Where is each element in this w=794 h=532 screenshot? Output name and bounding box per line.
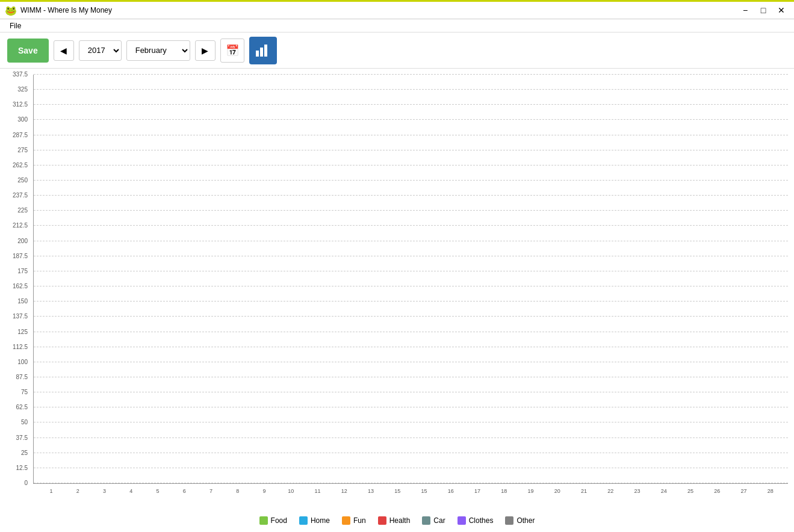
maximize-button[interactable]: □ <box>755 2 771 18</box>
x-axis-label: 12 <box>332 488 357 494</box>
menu-bar: File <box>0 19 794 32</box>
x-axis-label: 5 <box>145 488 170 494</box>
x-axis-label: 26 <box>704 488 730 494</box>
x-axis-label: 6 <box>172 488 197 494</box>
close-button[interactable]: ✕ <box>774 2 789 18</box>
month-select[interactable]: January February March April May June Ju… <box>126 40 190 61</box>
x-axis-label: 24 <box>651 488 677 494</box>
bars-wrapper: 1234567891011121315151617181920212223242… <box>34 75 788 483</box>
x-axis-label: 22 <box>598 488 623 494</box>
prev-month-button[interactable]: ◀ <box>54 40 74 61</box>
y-axis-label: 212.5 <box>13 223 30 229</box>
x-axis-label: 19 <box>518 488 544 494</box>
x-axis-label: 9 <box>252 488 277 494</box>
y-axis-label: 150 <box>17 298 30 305</box>
y-axis: 012.52537.55062.57587.5100112.5125137.51… <box>4 75 33 483</box>
legend-label: Fun <box>353 516 366 525</box>
legend-item: Home <box>299 516 330 525</box>
legend-item: Clothes <box>457 516 494 525</box>
y-axis-label: 125 <box>17 329 30 335</box>
y-axis-label: 187.5 <box>13 253 30 259</box>
y-axis-label: 100 <box>17 359 30 365</box>
legend-item: Car <box>422 516 445 525</box>
chart-container: 012.52537.55062.57587.5100112.5125137.51… <box>33 75 788 484</box>
y-axis-label: 250 <box>17 178 30 184</box>
y-axis-label: 75 <box>21 389 30 395</box>
legend-color-box <box>342 516 350 525</box>
legend-label: Other <box>516 516 535 525</box>
app-icon: 🐸 <box>5 5 17 16</box>
x-axis-label: 7 <box>199 488 224 494</box>
x-axis-label: 18 <box>491 488 516 494</box>
save-button[interactable]: Save <box>7 39 49 63</box>
x-axis-label: 16 <box>438 488 464 494</box>
title-bar: 🐸 WIMM - Where Is My Money − □ ✕ <box>0 0 794 19</box>
chart-button[interactable] <box>249 37 277 64</box>
toolbar: Save ◀ 2015 2016 2017 2018 January Febru… <box>0 32 794 69</box>
y-axis-label: 312.5 <box>13 102 30 108</box>
legend-item: Food <box>259 516 287 525</box>
legend-label: Clothes <box>469 516 494 525</box>
x-axis-label: 27 <box>731 488 757 494</box>
y-axis-label: 237.5 <box>13 193 30 199</box>
x-axis-label: 1 <box>39 488 64 494</box>
legend-color-box <box>457 516 466 525</box>
x-axis-label: 15 <box>412 488 437 494</box>
y-axis-label: 300 <box>17 117 30 123</box>
y-axis-label: 262.5 <box>13 162 30 169</box>
x-axis-label: 4 <box>119 488 144 494</box>
y-axis-label: 337.5 <box>13 72 30 78</box>
y-axis-label: 225 <box>17 208 30 214</box>
x-axis-label: 15 <box>385 488 410 494</box>
y-axis-label: 87.5 <box>16 374 30 380</box>
x-axis-label: 13 <box>358 488 383 494</box>
x-axis-label: 2 <box>65 488 90 494</box>
svg-rect-1 <box>260 48 263 57</box>
legend-item: Fun <box>342 516 366 525</box>
x-axis-label: 20 <box>545 488 570 494</box>
x-axis-label: 25 <box>678 488 703 494</box>
legend-label: Food <box>271 516 287 525</box>
chart-area: 012.52537.55062.57587.5100112.5125137.51… <box>0 69 794 532</box>
x-axis-label: 21 <box>571 488 597 494</box>
x-axis-label: 23 <box>625 488 650 494</box>
legend-item: Other <box>505 516 535 525</box>
x-axis-label: 28 <box>758 488 783 494</box>
y-axis-label: 200 <box>17 238 30 244</box>
y-axis-label: 37.5 <box>16 435 30 441</box>
legend-item: Health <box>378 516 411 525</box>
svg-rect-0 <box>256 51 259 57</box>
svg-rect-2 <box>264 45 267 57</box>
y-axis-label: 175 <box>17 268 30 274</box>
y-axis-label: 162.5 <box>13 283 30 289</box>
next-month-button[interactable]: ▶ <box>195 40 216 61</box>
y-axis-label: 287.5 <box>13 132 30 138</box>
x-axis-label: 8 <box>225 488 250 494</box>
calendar-button[interactable]: 📅 <box>220 39 244 63</box>
legend-label: Home <box>311 516 330 525</box>
legend-label: Health <box>389 516 411 525</box>
legend-color-box <box>505 516 513 525</box>
x-axis-label: 10 <box>278 488 303 494</box>
x-axis-label: 3 <box>92 488 117 494</box>
minimize-button[interactable]: − <box>737 2 753 18</box>
window-controls: − □ ✕ <box>737 2 789 18</box>
legend-color-box <box>299 516 308 525</box>
legend-color-box <box>422 516 430 525</box>
y-axis-label: 62.5 <box>16 404 30 410</box>
x-axis-label: 11 <box>305 488 330 494</box>
menu-file[interactable]: File <box>5 20 26 31</box>
window-title: WIMM - Where Is My Money <box>20 6 112 14</box>
y-axis-label: 12.5 <box>16 465 30 471</box>
chart-legend: FoodHomeFunHealthCarClothesOther <box>0 512 794 527</box>
y-axis-label: 0 <box>24 480 30 486</box>
x-axis-label: 17 <box>465 488 490 494</box>
y-axis-label: 137.5 <box>13 314 30 320</box>
y-axis-label: 112.5 <box>13 344 30 350</box>
legend-color-box <box>259 516 268 525</box>
year-select[interactable]: 2015 2016 2017 2018 <box>79 40 122 61</box>
legend-label: Car <box>433 516 445 525</box>
y-axis-label: 50 <box>21 419 30 425</box>
legend-color-box <box>378 516 386 525</box>
y-axis-label: 325 <box>17 87 30 93</box>
